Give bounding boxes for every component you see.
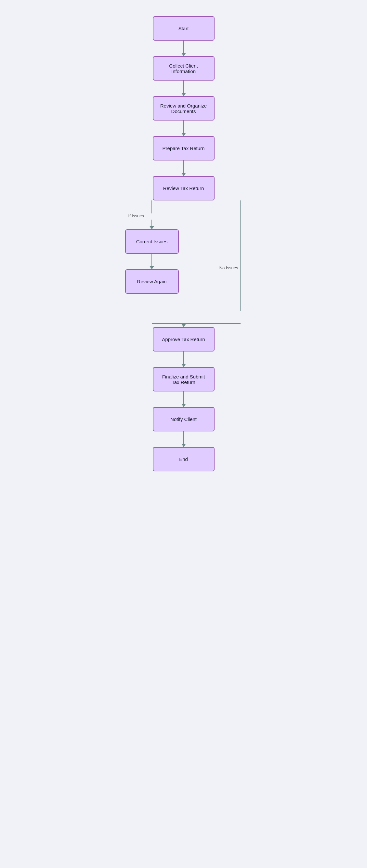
node-prepare-tax: Prepare Tax Return — [153, 136, 215, 160]
node-start: Start — [153, 16, 215, 41]
node-end: End — [153, 447, 215, 471]
arrow-3 — [184, 121, 184, 136]
node-notify-client: Notify Client — [153, 407, 215, 431]
node-start-label: Start — [178, 26, 189, 31]
node-prepare-tax-label: Prepare Tax Return — [163, 146, 205, 151]
node-notify-client-label: Notify Client — [170, 416, 197, 422]
arrow-1 — [184, 41, 184, 56]
node-correct-issues: Correct Issues — [125, 229, 179, 254]
node-review-organize: Review and Organize Documents — [153, 96, 215, 121]
node-end-label: End — [179, 457, 188, 462]
arrow-9 — [184, 392, 184, 407]
diagram-container: Start Collect Client Information Review … — [0, 6, 367, 862]
node-collect-client-label: Collect Client Information — [159, 63, 209, 74]
if-issues-label: If Issues — [129, 213, 144, 218]
node-approve-tax-label: Approve Tax Return — [162, 337, 205, 342]
node-finalize-submit: Finalize and Submit Tax Return — [153, 367, 215, 392]
node-review-again: Review Again — [125, 269, 179, 294]
node-finalize-submit-label: Finalize and Submit Tax Return — [159, 374, 209, 385]
node-approve-tax: Approve Tax Return — [153, 327, 215, 351]
arrow-2 — [184, 81, 184, 96]
no-issues-label: No Issues — [219, 266, 238, 270]
arrow-10 — [184, 431, 184, 447]
node-review-tax: Review Tax Return — [153, 176, 215, 200]
node-review-organize-label: Review and Organize Documents — [159, 103, 209, 114]
node-review-tax-label: Review Tax Return — [163, 185, 204, 191]
arrow-8 — [184, 351, 184, 367]
arrow-4 — [184, 160, 184, 176]
node-correct-issues-label: Correct Issues — [136, 239, 168, 244]
node-review-again-label: Review Again — [137, 279, 167, 284]
node-collect-client: Collect Client Information — [153, 56, 215, 81]
